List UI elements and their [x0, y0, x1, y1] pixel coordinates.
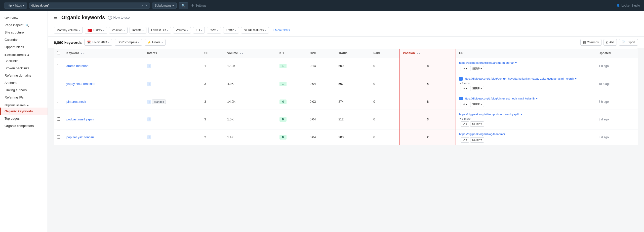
- keyword-link[interactable]: popüler yazı fontları: [66, 136, 94, 139]
- url-header[interactable]: URL: [456, 49, 596, 58]
- subdomains-chevron: ▾: [172, 4, 174, 7]
- sidebar-item-backlinks[interactable]: Backlinks: [0, 57, 48, 64]
- intents-filter[interactable]: Intents ▾: [130, 27, 146, 34]
- protocol-selector[interactable]: http + https ▾: [4, 3, 27, 9]
- search-button[interactable]: 🔍: [179, 2, 188, 9]
- keyword-link[interactable]: yapay zeka örnekleri: [66, 82, 95, 86]
- select-all-checkbox[interactable]: [57, 51, 60, 54]
- kd-cell: 4: [276, 94, 307, 110]
- sidebar-item-overview[interactable]: Overview: [0, 14, 48, 21]
- date-label: 8 Nov 2024: [92, 41, 107, 44]
- sidebar-item-calendar[interactable]: Calendar: [0, 36, 48, 43]
- url-link[interactable]: https://digipeak.org/tr/blog/gunluk -hay…: [464, 77, 577, 80]
- url-link[interactable]: https://digipeak.org/tr/blog/podcast- na…: [459, 113, 522, 116]
- kd-header[interactable]: KD: [276, 49, 307, 58]
- monthly-volume-filter[interactable]: Monthly volume ▾: [54, 27, 83, 34]
- sidebar-item-site-structure[interactable]: Site structure: [0, 29, 48, 36]
- row-checkbox[interactable]: [57, 135, 60, 139]
- sidebar-item-referring-domains[interactable]: Referring domains: [0, 72, 48, 79]
- url-link[interactable]: https://digipeak.org/tr/blog/pinter est-…: [464, 97, 538, 100]
- kd-badge: 1: [279, 64, 287, 68]
- position-header[interactable]: Position ▲▼: [400, 49, 456, 58]
- settings-link[interactable]: ⚙ Settings: [191, 4, 206, 7]
- close-url-icon[interactable]: ✕: [145, 4, 148, 7]
- cpc-header[interactable]: CPC: [307, 49, 335, 58]
- row-checkbox[interactable]: [57, 100, 60, 103]
- updated-header[interactable]: Updated: [596, 49, 638, 58]
- cpc-filter[interactable]: CPC ▾: [207, 27, 221, 34]
- traffic-cell: 609: [335, 58, 370, 74]
- api-icon: {}: [606, 41, 608, 44]
- lowest-dr-filter[interactable]: Lowest DR ▾: [148, 27, 171, 34]
- traffic-filter[interactable]: Traffic ▾: [223, 27, 239, 34]
- filters-button[interactable]: ⚡ Filters ▾: [145, 39, 166, 46]
- select-all-header[interactable]: [54, 49, 64, 58]
- keyword-header[interactable]: Keyword ▲▼: [63, 49, 144, 58]
- sidebar-item-linking-authors[interactable]: Linking authors: [0, 86, 48, 94]
- open-external-icon[interactable]: ↗: [141, 4, 144, 7]
- traffic-chevron: ▾: [235, 29, 236, 32]
- serp-button[interactable]: SERP ▾: [470, 86, 484, 91]
- trend-button[interactable]: ↗ ▾: [461, 102, 469, 107]
- sidebar-item-referring-ips[interactable]: Referring IPs: [0, 94, 48, 101]
- url-container: digipeak.org/ ↗ ✕: [29, 3, 150, 9]
- updated-text: 5 h ago: [599, 100, 609, 104]
- volume-header[interactable]: Volume ▲▼: [224, 49, 276, 58]
- keyword-link[interactable]: pinterest nedir: [66, 100, 86, 104]
- position-chevron: ▾: [124, 29, 125, 32]
- sidebar-item-top-pages[interactable]: Top pages: [0, 115, 48, 122]
- more-filters-button[interactable]: + More filters: [271, 27, 292, 33]
- trend-button[interactable]: ↗ ▾: [461, 137, 469, 143]
- export-button[interactable]: 📄 Export: [619, 39, 638, 46]
- position-filter[interactable]: Position ▾: [109, 27, 128, 34]
- serp-button[interactable]: SERP ▾: [470, 121, 484, 127]
- sidebar-item-organic-keywords[interactable]: Organic keywords: [0, 108, 48, 115]
- updated-cell: 18 h ago: [596, 74, 638, 94]
- row-checkbox-cell: [54, 74, 64, 94]
- row-checkbox[interactable]: [57, 82, 60, 85]
- trend-button[interactable]: ↗ ▾: [461, 86, 469, 91]
- api-button[interactable]: {} API: [603, 39, 617, 46]
- trend-button[interactable]: ↗ ▾: [461, 66, 469, 71]
- looker-studio-link[interactable]: 👤 Looker Studio: [616, 4, 640, 7]
- volume-chevron: ▾: [187, 29, 188, 32]
- traffic-label: Traffic: [226, 28, 234, 32]
- serp-button[interactable]: SERP ▾: [470, 66, 484, 71]
- traffic-header[interactable]: Traffic: [335, 49, 370, 58]
- lowest-dr-label: Lowest DR: [151, 28, 166, 32]
- keyword-link[interactable]: arama motorları: [66, 64, 89, 68]
- volume-filter[interactable]: Volume ▾: [173, 27, 191, 34]
- keyword-link[interactable]: podcast nasıl yapılır: [66, 118, 94, 121]
- url-link[interactable]: https://digipeak.org/tr/blog/arama-m oto…: [459, 61, 517, 64]
- hamburger-icon[interactable]: ☰: [54, 15, 57, 20]
- sidebar-item-broken-backlinks[interactable]: Broken backlinks: [0, 64, 48, 72]
- compare-selector[interactable]: Don't compare ▾: [115, 39, 142, 46]
- columns-button[interactable]: ▦ Columns: [580, 39, 601, 46]
- kd-filter[interactable]: KD ▾: [193, 27, 205, 34]
- sidebar-item-anchors[interactable]: Anchors: [0, 79, 48, 86]
- serp-button[interactable]: SERP ▾: [470, 102, 484, 107]
- export-icon: 📄: [622, 41, 625, 44]
- subdomains-selector[interactable]: Subdomains ▾: [152, 3, 177, 9]
- url-link[interactable]: https://digipeak.org/tr/blog/tasarimci..…: [459, 132, 507, 136]
- serp-button[interactable]: SERP ▾: [470, 137, 484, 143]
- sf-header[interactable]: SF: [201, 49, 224, 58]
- sidebar-item-organic-competitors[interactable]: Organic competitors: [0, 122, 48, 129]
- volume-cell: 1.4K: [224, 129, 276, 145]
- intents-cell: I: [144, 110, 201, 129]
- intents-header[interactable]: Intents: [144, 49, 201, 58]
- country-filter[interactable]: 🇹🇷 Turkey ▾: [85, 27, 107, 34]
- row-checkbox[interactable]: [57, 117, 60, 121]
- paid-header[interactable]: Paid: [370, 49, 400, 58]
- updated-cell: 3 d ago: [596, 129, 638, 145]
- serp-features-filter[interactable]: SERP features ▾: [241, 27, 269, 34]
- how-to-use-link[interactable]: ? How to use: [108, 16, 130, 20]
- row-checkbox[interactable]: [57, 64, 60, 67]
- updated-text: 18 h ago: [599, 82, 611, 86]
- kd-label: KD: [196, 28, 200, 32]
- page-inspect-search-icon: 🔍: [25, 24, 29, 27]
- date-selector[interactable]: 📅 8 Nov 2024 ▾: [84, 39, 112, 46]
- trend-button[interactable]: ↗ ▾: [461, 121, 469, 127]
- sidebar-item-page-inspect[interactable]: Page inspect 🔍: [0, 21, 48, 29]
- sidebar-item-opportunities[interactable]: Opportunities: [0, 43, 48, 51]
